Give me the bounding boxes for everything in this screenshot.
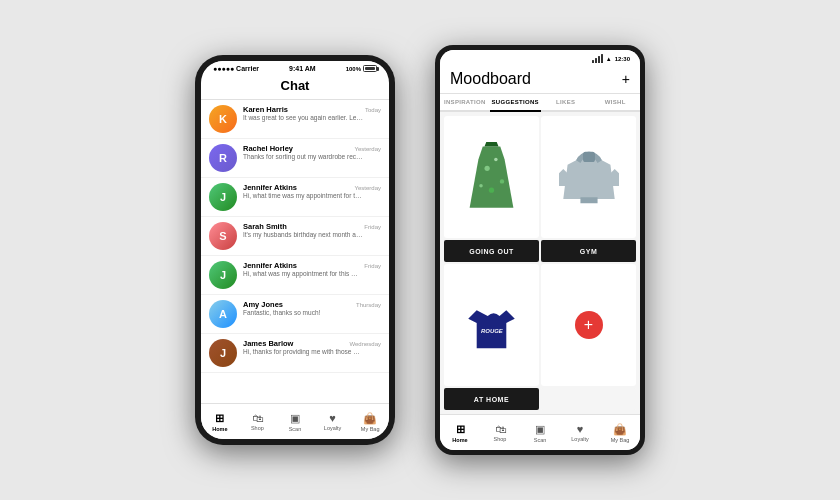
home-icon: ⊞ — [456, 423, 465, 436]
nav-scan[interactable]: ▣ Scan — [276, 412, 314, 432]
nav-mybag-label: My Bag — [611, 437, 630, 443]
hoodie-image — [559, 145, 619, 210]
chat-name: Rachel Horley — [243, 144, 293, 153]
at-home-label-2 — [541, 388, 636, 410]
loyalty-icon: ♥ — [577, 423, 584, 435]
chat-message: Hi, what time was my appointment for thi… — [243, 192, 363, 200]
nav-scan-label: Scan — [289, 426, 302, 432]
svg-point-0 — [485, 166, 490, 171]
android-nav-mybag[interactable]: 👜 My Bag — [600, 423, 640, 443]
chat-message: Hi, what was my appointment for this Wed… — [243, 270, 363, 278]
android-device: ▲ 12:30 Moodboard + INSPIRATION SUGGESTI… — [435, 45, 645, 455]
nav-shop-label: Shop — [251, 425, 264, 431]
tshirt-image: ROUGE — [464, 295, 519, 355]
scan-icon: ▣ — [290, 412, 300, 425]
time-text: 9:41 AM — [289, 65, 316, 72]
mybag-icon: 👜 — [363, 412, 377, 425]
chat-item[interactable]: S Sarah Smith Friday It's my husbands bi… — [201, 217, 389, 256]
tab-inspiration[interactable]: INSPIRATION — [440, 94, 490, 110]
going-out-label: GOING OUT — [444, 240, 539, 262]
svg-point-1 — [494, 158, 498, 162]
moodboard-grid: GOING OUT GYM ROUGE + — [440, 112, 640, 414]
tab-suggestions[interactable]: SUGGESTIONS — [490, 94, 541, 112]
nav-home-label: Home — [452, 437, 467, 443]
chat-item[interactable]: K Karen Harris Today It was great to see… — [201, 100, 389, 139]
android-status-bar: ▲ 12:30 — [440, 50, 640, 65]
nav-home-label: Home — [212, 426, 227, 432]
chat-name: James Barlow — [243, 339, 293, 348]
nav-loyalty[interactable]: ♥ Loyalty — [314, 412, 352, 431]
nav-shop[interactable]: 🛍 Shop — [239, 412, 277, 431]
chat-message: Thanks for sorting out my wardrobe recen… — [243, 153, 363, 161]
scene: ●●●●● Carrier 9:41 AM 100% Chat K — [175, 25, 665, 475]
chat-content: Sarah Smith Friday It's my husbands birt… — [243, 222, 381, 239]
iphone-status-bar: ●●●●● Carrier 9:41 AM 100% — [201, 61, 389, 74]
moodboard-title: Moodboard — [450, 70, 531, 88]
shop-icon: 🛍 — [252, 412, 263, 424]
avatar: R — [209, 144, 237, 172]
avatar: J — [209, 339, 237, 367]
svg-point-4 — [489, 188, 494, 193]
android-nav-loyalty[interactable]: ♥ Loyalty — [560, 423, 600, 442]
iphone-nav: ⊞ Home 🛍 Shop ▣ Scan ♥ Loyalty 👜 My — [201, 403, 389, 439]
chat-time: Yesterday — [355, 185, 381, 191]
android-nav-home[interactable]: ⊞ Home — [440, 423, 480, 443]
add-moodboard-button[interactable]: + — [622, 71, 630, 87]
chat-name: Jennifer Atkins — [243, 261, 297, 270]
iphone-device: ●●●●● Carrier 9:41 AM 100% Chat K — [195, 55, 395, 445]
moodboard-header: Moodboard + — [440, 65, 640, 94]
shop-icon: 🛍 — [495, 423, 506, 435]
nav-mybag-label: My Bag — [361, 426, 380, 432]
chat-item[interactable]: J Jennifer Atkins Friday Hi, what was my… — [201, 256, 389, 295]
tab-wishlist[interactable]: WISHL — [590, 94, 640, 110]
tab-likes[interactable]: LIKES — [541, 94, 591, 110]
chat-item[interactable]: J Jennifer Atkins Yesterday Hi, what tim… — [201, 178, 389, 217]
signal-icon — [592, 54, 603, 63]
chat-message: Fantastic, thanks so much! — [243, 309, 363, 317]
chat-time: Friday — [364, 263, 381, 269]
chat-content: James Barlow Wednesday Hi, thanks for pr… — [243, 339, 381, 356]
chat-item[interactable]: A Amy Jones Thursday Fantastic, thanks s… — [201, 295, 389, 334]
chat-name: Amy Jones — [243, 300, 283, 309]
battery-indicator: 100% — [346, 65, 377, 72]
avatar: A — [209, 300, 237, 328]
android-nav-shop[interactable]: 🛍 Shop — [480, 423, 520, 442]
android-nav: ⊞ Home 🛍 Shop ▣ Scan ♥ Loyalty 👜 My — [440, 414, 640, 450]
add-item-button[interactable]: + — [575, 311, 603, 339]
scan-icon: ▣ — [535, 423, 545, 436]
android-nav-scan[interactable]: ▣ Scan — [520, 423, 560, 443]
chat-item[interactable]: R Rachel Horley Yesterday Thanks for sor… — [201, 139, 389, 178]
chat-item[interactable]: J James Barlow Wednesday Hi, thanks for … — [201, 334, 389, 373]
chat-message: It was great to see you again earlier. L… — [243, 114, 363, 122]
loyalty-icon: ♥ — [329, 412, 336, 424]
chat-header: Chat — [201, 74, 389, 100]
avatar: J — [209, 261, 237, 289]
chat-content: Rachel Horley Yesterday Thanks for sorti… — [243, 144, 381, 161]
chat-name: Karen Harris — [243, 105, 288, 114]
svg-point-3 — [479, 184, 483, 188]
nav-home[interactable]: ⊞ Home — [201, 412, 239, 432]
nav-mybag[interactable]: 👜 My Bag — [351, 412, 389, 432]
chat-time: Wednesday — [349, 341, 381, 347]
android-status-right: ▲ 12:30 — [592, 54, 630, 63]
chat-title: Chat — [281, 78, 310, 93]
svg-rect-5 — [583, 151, 595, 161]
chat-message: Hi, thanks for providing me with those e… — [243, 348, 363, 356]
dress-image — [464, 142, 519, 212]
tshirt-cell: ROUGE — [444, 264, 539, 386]
dress-cell — [444, 116, 539, 238]
chat-content: Jennifer Atkins Friday Hi, what was my a… — [243, 261, 381, 278]
add-item-cell[interactable]: + — [541, 264, 636, 386]
chat-list: K Karen Harris Today It was great to see… — [201, 100, 389, 403]
svg-point-2 — [500, 179, 504, 183]
chat-content: Karen Harris Today It was great to see y… — [243, 105, 381, 122]
home-icon: ⊞ — [215, 412, 224, 425]
nav-scan-label: Scan — [534, 437, 547, 443]
svg-text:ROUGE: ROUGE — [481, 328, 504, 334]
at-home-label: AT HOME — [444, 388, 539, 410]
gym-label: GYM — [541, 240, 636, 262]
nav-loyalty-label: Loyalty — [571, 436, 588, 442]
nav-shop-label: Shop — [494, 436, 507, 442]
chat-name: Jennifer Atkins — [243, 183, 297, 192]
avatar: J — [209, 183, 237, 211]
